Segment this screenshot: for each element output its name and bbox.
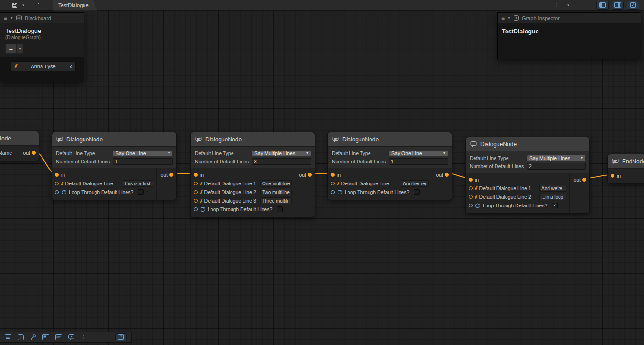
dialogue-node-3[interactable]: DialogueNode Default Line Type Say One L… bbox=[327, 132, 452, 200]
view-dropdown-button[interactable]: ▾ bbox=[564, 1, 572, 10]
out-port[interactable] bbox=[445, 173, 449, 177]
blackboard-header[interactable]: ≡ ▼ Blackboard bbox=[0, 13, 84, 23]
dialogue-icon bbox=[612, 158, 619, 164]
dialogue-line-port[interactable] bbox=[194, 190, 198, 194]
dialogue-line-field[interactable] bbox=[122, 180, 153, 187]
dialogue-line-port[interactable] bbox=[469, 195, 473, 199]
tools-button[interactable] bbox=[30, 334, 36, 340]
kebab-menu-button[interactable]: ⋮ bbox=[552, 1, 561, 10]
out-port[interactable] bbox=[32, 151, 36, 155]
chevron-down-icon: ▾ bbox=[305, 151, 308, 155]
open-asset-button[interactable] bbox=[34, 1, 43, 10]
loop-port[interactable] bbox=[194, 207, 198, 211]
loop-checkbox[interactable] bbox=[138, 189, 144, 195]
loop-checkbox[interactable] bbox=[277, 206, 283, 212]
loop-checkbox[interactable] bbox=[414, 189, 420, 195]
dialogue-node-1[interactable]: DialogueNode Default Line Type Say One L… bbox=[52, 132, 177, 200]
out-port[interactable] bbox=[169, 173, 173, 177]
dialogue-line-field[interactable] bbox=[260, 180, 292, 187]
dialogue-line-port[interactable] bbox=[331, 182, 335, 185]
loop-port[interactable] bbox=[55, 190, 59, 194]
default-line-type-dropdown[interactable]: Say One Line ▾ bbox=[389, 150, 448, 157]
dialogue-node-4[interactable]: DialogueNode Default Line Type Say Multi… bbox=[465, 137, 590, 214]
default-line-type-dropdown[interactable]: Say Multiple Lines ▾ bbox=[527, 155, 586, 162]
port-label: Default Dialogue Line 1 bbox=[204, 181, 256, 186]
node-title: EndNode bbox=[622, 158, 644, 165]
node-title-bar[interactable]: DialogueNode bbox=[52, 132, 176, 147]
dialogue-line-field[interactable] bbox=[260, 189, 292, 195]
in-port[interactable] bbox=[469, 178, 473, 182]
port-label: Default Dialogue Line 1 bbox=[479, 185, 531, 191]
node-title-bar[interactable]: StartNode bbox=[0, 131, 39, 146]
loop-port[interactable] bbox=[469, 204, 473, 207]
node-title-bar[interactable]: DialogueNode bbox=[328, 132, 452, 147]
dialogue-line-field[interactable] bbox=[401, 180, 429, 187]
add-property-button[interactable]: + bbox=[5, 44, 17, 54]
port-label: Loop Through Default Lines? bbox=[345, 189, 409, 195]
collapse-arrow-icon[interactable]: ▼ bbox=[10, 16, 13, 20]
dialogue-panel-button[interactable] bbox=[68, 334, 74, 340]
maximize-button[interactable] bbox=[627, 1, 639, 10]
port-label: in bbox=[475, 177, 479, 183]
blackboard-panel-icon bbox=[599, 2, 606, 8]
default-line-type-dropdown[interactable]: Say One Line ▾ bbox=[113, 150, 173, 157]
inspector-button[interactable] bbox=[18, 334, 24, 340]
in-port[interactable] bbox=[331, 173, 335, 177]
graph-inspector-panel[interactable]: ≡ ▼ i Graph Inspector TestDialogue bbox=[497, 12, 641, 59]
dialogue-node-2[interactable]: DialogueNode Default Line Type Say Multi… bbox=[190, 132, 315, 217]
bottom-toolbar: ⋮ bbox=[0, 332, 132, 343]
in-port[interactable] bbox=[194, 173, 198, 177]
end-node[interactable]: EndNode in bbox=[607, 154, 644, 184]
port-label: Default Dialogue Line 2 bbox=[479, 194, 531, 200]
loop-checkbox[interactable]: ✓ bbox=[552, 203, 558, 208]
dialogue-line-port[interactable] bbox=[55, 182, 59, 185]
dialogue-line-port[interactable] bbox=[469, 186, 473, 190]
blackboard-panel[interactable]: ≡ ▼ Blackboard TestDialogue (DialogueGra… bbox=[0, 12, 84, 82]
save-button[interactable] bbox=[11, 1, 19, 10]
dialogue-line-field[interactable] bbox=[539, 185, 566, 192]
port-label: out bbox=[23, 150, 30, 156]
open-external-button[interactable] bbox=[115, 333, 127, 341]
dialogue-icon bbox=[195, 136, 202, 142]
dialogue-line-port[interactable] bbox=[194, 182, 198, 185]
out-port[interactable] bbox=[308, 173, 312, 177]
check-icon: ✓ bbox=[553, 204, 557, 208]
number-of-default-lines-field[interactable] bbox=[527, 163, 586, 170]
add-property-dropdown[interactable]: ▾ bbox=[17, 44, 23, 54]
hamburger-icon[interactable]: ≡ bbox=[4, 15, 7, 21]
default-line-type-dropdown[interactable]: Say Multiple Lines ▾ bbox=[252, 150, 311, 157]
dialogue-line-field[interactable] bbox=[260, 197, 292, 204]
number-of-default-lines-field[interactable] bbox=[389, 158, 448, 165]
graph-subtitle: (DialogueGraph) bbox=[5, 35, 79, 40]
tab-testdialogue[interactable]: TestDialogue bbox=[53, 0, 97, 11]
property-label: Number of Default Lines bbox=[332, 159, 389, 164]
port-label: out bbox=[299, 172, 306, 178]
save-dropdown-button[interactable]: ▾ bbox=[19, 1, 28, 10]
in-port[interactable] bbox=[55, 173, 59, 177]
node-title: DialogueNode bbox=[66, 136, 103, 143]
blackboard-button[interactable] bbox=[55, 334, 62, 340]
node-title-bar[interactable]: DialogueNode bbox=[466, 137, 589, 151]
exposed-property-row[interactable]: // Anna-Lyse ‹ bbox=[11, 61, 76, 71]
dialogue-line-port[interactable] bbox=[194, 199, 198, 203]
out-port[interactable] bbox=[582, 178, 586, 182]
number-of-default-lines-field[interactable] bbox=[113, 158, 173, 165]
collapse-chevron-icon[interactable]: ‹ bbox=[70, 63, 72, 70]
blackboard-toggle-button[interactable] bbox=[596, 1, 609, 10]
start-node[interactable]: StartNode SpeakerName out bbox=[0, 131, 39, 161]
inspector-toggle-button[interactable] bbox=[612, 1, 624, 10]
in-port[interactable] bbox=[611, 174, 614, 178]
graph-inspector-header[interactable]: ≡ ▼ i Graph Inspector bbox=[498, 13, 641, 23]
hamburger-icon[interactable]: ≡ bbox=[501, 15, 505, 21]
node-title-bar[interactable]: DialogueNode bbox=[191, 132, 315, 147]
minimap-button[interactable] bbox=[42, 334, 49, 340]
kebab-menu-button[interactable]: ⋮ bbox=[81, 334, 86, 340]
console-button[interactable] bbox=[5, 334, 11, 340]
collapse-arrow-icon[interactable]: ▼ bbox=[507, 16, 511, 20]
quote-icon: // bbox=[475, 194, 477, 200]
number-of-default-lines-field[interactable] bbox=[252, 158, 311, 165]
quote-icon: // bbox=[200, 190, 202, 195]
dialogue-line-field[interactable] bbox=[539, 194, 566, 200]
node-title-bar[interactable]: EndNode bbox=[608, 154, 644, 169]
loop-port[interactable] bbox=[331, 190, 335, 194]
